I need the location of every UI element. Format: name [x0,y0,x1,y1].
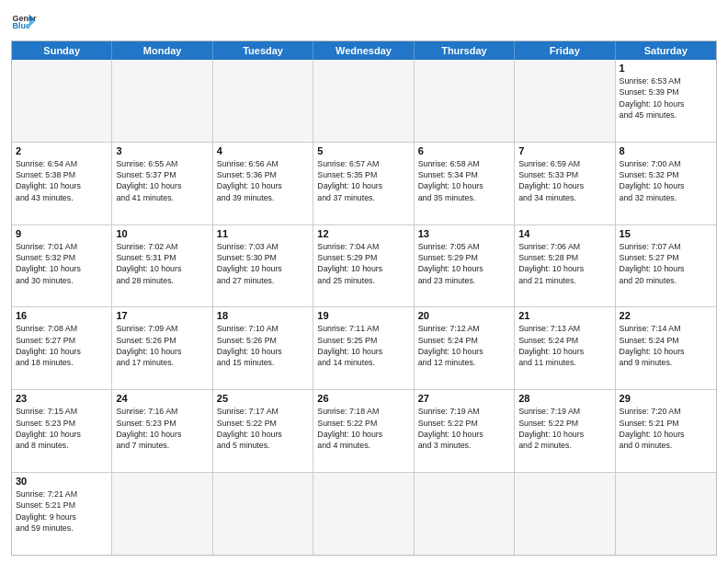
svg-text:Blue: Blue [12,21,30,30]
calendar-cell: 6Sunrise: 6:58 AM Sunset: 5:34 PM Daylig… [415,143,515,224]
day-info: Sunrise: 7:10 AM Sunset: 5:26 PM Dayligh… [217,323,309,368]
day-number: 15 [620,228,712,239]
calendar-cell: 22Sunrise: 7:14 AM Sunset: 5:24 PM Dayli… [616,307,716,389]
calendar-row: 9Sunrise: 7:01 AM Sunset: 5:32 PM Daylig… [12,224,716,307]
day-number: 20 [418,310,510,321]
day-number: 28 [518,393,610,404]
calendar-cell [313,473,414,555]
weekday-header: Friday [515,41,615,60]
calendar-cell: 26Sunrise: 7:18 AM Sunset: 5:22 PM Dayli… [313,390,414,472]
logo: General Blue [11,9,37,35]
calendar-cell [213,60,313,142]
calendar-cell: 2Sunrise: 6:54 AM Sunset: 5:38 PM Daylig… [12,143,112,224]
calendar-cell: 29Sunrise: 7:20 AM Sunset: 5:21 PM Dayli… [616,390,716,472]
day-info: Sunrise: 7:17 AM Sunset: 5:22 PM Dayligh… [217,406,309,451]
calendar-row: 1Sunrise: 6:53 AM Sunset: 5:39 PM Daylig… [12,60,716,142]
calendar-cell: 8Sunrise: 7:00 AM Sunset: 5:32 PM Daylig… [616,143,716,224]
day-number: 23 [16,393,108,404]
calendar-cell [415,473,515,555]
day-info: Sunrise: 7:07 AM Sunset: 5:27 PM Dayligh… [620,241,712,286]
calendar-cell: 10Sunrise: 7:02 AM Sunset: 5:31 PM Dayli… [112,225,212,307]
day-number: 30 [16,476,108,487]
day-info: Sunrise: 7:06 AM Sunset: 5:28 PM Dayligh… [518,241,610,286]
day-number: 6 [418,145,510,156]
calendar-cell: 7Sunrise: 6:59 AM Sunset: 5:33 PM Daylig… [515,143,615,224]
calendar-cell: 13Sunrise: 7:05 AM Sunset: 5:29 PM Dayli… [415,225,515,307]
calendar-cell: 9Sunrise: 7:01 AM Sunset: 5:32 PM Daylig… [12,225,112,307]
day-info: Sunrise: 6:54 AM Sunset: 5:38 PM Dayligh… [16,158,108,203]
day-number: 12 [317,228,409,239]
day-info: Sunrise: 7:19 AM Sunset: 5:22 PM Dayligh… [418,406,510,451]
calendar-cell: 3Sunrise: 6:55 AM Sunset: 5:37 PM Daylig… [112,143,212,224]
weekday-header: Wednesday [313,41,414,60]
calendar-cell: 30Sunrise: 7:21 AM Sunset: 5:21 PM Dayli… [12,473,112,555]
calendar-cell: 25Sunrise: 7:17 AM Sunset: 5:22 PM Dayli… [213,390,313,472]
day-number: 24 [116,393,208,404]
calendar-cell: 18Sunrise: 7:10 AM Sunset: 5:26 PM Dayli… [213,307,313,389]
day-info: Sunrise: 7:04 AM Sunset: 5:29 PM Dayligh… [317,241,409,286]
day-info: Sunrise: 6:57 AM Sunset: 5:35 PM Dayligh… [317,158,409,203]
calendar-cell: 11Sunrise: 7:03 AM Sunset: 5:30 PM Dayli… [213,225,313,307]
calendar-cell [515,60,615,142]
weekday-header: Tuesday [213,41,313,60]
calendar-cell: 23Sunrise: 7:15 AM Sunset: 5:23 PM Dayli… [12,390,112,472]
day-info: Sunrise: 7:18 AM Sunset: 5:22 PM Dayligh… [317,406,409,451]
calendar-row: 23Sunrise: 7:15 AM Sunset: 5:23 PM Dayli… [12,389,716,472]
day-info: Sunrise: 7:16 AM Sunset: 5:23 PM Dayligh… [116,406,208,451]
calendar-cell: 28Sunrise: 7:19 AM Sunset: 5:22 PM Dayli… [515,390,615,472]
calendar-row: 16Sunrise: 7:08 AM Sunset: 5:27 PM Dayli… [12,306,716,389]
day-number: 1 [620,63,712,74]
weekday-header: Sunday [12,41,112,60]
calendar-cell [415,60,515,142]
calendar-row: 30Sunrise: 7:21 AM Sunset: 5:21 PM Dayli… [12,472,716,555]
weekday-header: Monday [112,41,212,60]
calendar-body: 1Sunrise: 6:53 AM Sunset: 5:39 PM Daylig… [12,60,716,555]
calendar-cell: 21Sunrise: 7:13 AM Sunset: 5:24 PM Dayli… [515,307,615,389]
calendar-cell: 20Sunrise: 7:12 AM Sunset: 5:24 PM Dayli… [415,307,515,389]
calendar-row: 2Sunrise: 6:54 AM Sunset: 5:38 PM Daylig… [12,142,716,224]
day-number: 17 [116,310,208,321]
calendar-cell [515,473,615,555]
calendar-cell: 4Sunrise: 6:56 AM Sunset: 5:36 PM Daylig… [213,143,313,224]
weekday-header: Thursday [415,41,515,60]
day-info: Sunrise: 6:55 AM Sunset: 5:37 PM Dayligh… [116,158,208,203]
day-number: 27 [418,393,510,404]
day-number: 29 [620,393,712,404]
calendar-cell [112,473,212,555]
day-number: 26 [317,393,409,404]
calendar-cell: 15Sunrise: 7:07 AM Sunset: 5:27 PM Dayli… [616,225,716,307]
day-info: Sunrise: 7:19 AM Sunset: 5:22 PM Dayligh… [518,406,610,451]
calendar-cell: 12Sunrise: 7:04 AM Sunset: 5:29 PM Dayli… [313,225,414,307]
calendar-cell: 16Sunrise: 7:08 AM Sunset: 5:27 PM Dayli… [12,307,112,389]
calendar-cell: 5Sunrise: 6:57 AM Sunset: 5:35 PM Daylig… [313,143,414,224]
day-info: Sunrise: 7:02 AM Sunset: 5:31 PM Dayligh… [116,241,208,286]
day-number: 4 [217,145,309,156]
calendar-cell: 27Sunrise: 7:19 AM Sunset: 5:22 PM Dayli… [415,390,515,472]
day-info: Sunrise: 7:21 AM Sunset: 5:21 PM Dayligh… [16,488,108,534]
page: General Blue SundayMondayTuesdayWednesda… [0,0,728,563]
day-info: Sunrise: 7:05 AM Sunset: 5:29 PM Dayligh… [418,241,510,286]
day-info: Sunrise: 6:58 AM Sunset: 5:34 PM Dayligh… [418,158,510,203]
day-number: 8 [620,145,712,156]
day-number: 19 [317,310,409,321]
weekday-header: Saturday [616,41,716,60]
day-info: Sunrise: 7:13 AM Sunset: 5:24 PM Dayligh… [518,323,610,368]
day-number: 11 [217,228,309,239]
day-info: Sunrise: 7:08 AM Sunset: 5:27 PM Dayligh… [16,323,108,368]
day-number: 7 [518,145,610,156]
calendar-cell [112,60,212,142]
day-number: 9 [16,228,108,239]
day-info: Sunrise: 7:00 AM Sunset: 5:32 PM Dayligh… [620,158,712,203]
calendar-cell [12,60,112,142]
day-number: 14 [518,228,610,239]
calendar-cell: 24Sunrise: 7:16 AM Sunset: 5:23 PM Dayli… [112,390,212,472]
day-info: Sunrise: 6:59 AM Sunset: 5:33 PM Dayligh… [518,158,610,203]
calendar-cell: 17Sunrise: 7:09 AM Sunset: 5:26 PM Dayli… [112,307,212,389]
header: General Blue [11,9,717,35]
day-number: 13 [418,228,510,239]
day-info: Sunrise: 6:56 AM Sunset: 5:36 PM Dayligh… [217,158,309,203]
day-info: Sunrise: 7:20 AM Sunset: 5:21 PM Dayligh… [620,406,712,451]
calendar-cell [213,473,313,555]
day-number: 16 [16,310,108,321]
day-number: 10 [116,228,208,239]
